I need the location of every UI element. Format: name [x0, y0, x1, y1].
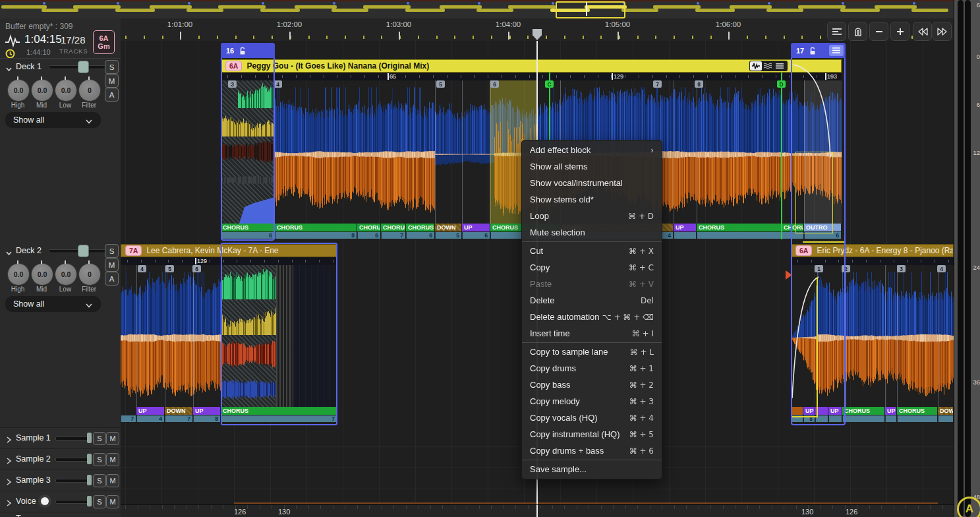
lane-volume-handle[interactable]	[87, 454, 92, 464]
chevron-down-icon[interactable]	[5, 247, 13, 255]
deck-solo-button[interactable]: S	[105, 60, 119, 74]
cue-badge[interactable]: 7	[653, 80, 662, 88]
chevron-right-icon[interactable]	[6, 477, 13, 485]
deck-volume-handle[interactable]	[78, 61, 89, 73]
lane-volume-handle[interactable]	[87, 496, 92, 506]
section-label[interactable]: CHORUS	[406, 224, 434, 231]
menu-item-copy-melody[interactable]: Copy melody⌘ + 3	[522, 393, 662, 410]
knob-high[interactable]: 0.0	[7, 79, 30, 102]
lane-solo-button[interactable]: S	[93, 453, 106, 466]
record-button[interactable]	[38, 495, 51, 508]
menu-item-copy-bass[interactable]: Copy bass⌘ + 2	[522, 377, 662, 393]
menu-item-delete[interactable]: DeleteDel	[522, 292, 662, 309]
overview-clip-segment[interactable]	[730, 5, 772, 9]
chevron-right-icon[interactable]	[6, 498, 13, 506]
lane-volume-handle[interactable]	[87, 433, 92, 443]
overview-bar[interactable]	[0, 0, 954, 18]
overview-clip-segment[interactable]	[1, 5, 47, 9]
clip-selection-box[interactable]	[221, 243, 337, 425]
hot-cue-badge[interactable]: C	[545, 80, 554, 88]
menu-item-show-all-stems[interactable]: Show all stems	[522, 158, 662, 175]
clip-header[interactable]: 17	[791, 43, 846, 58]
overview-viewport[interactable]	[556, 1, 625, 18]
cue-badge[interactable]: 8	[695, 80, 703, 88]
cue-badge[interactable]: 5	[436, 80, 445, 88]
cue-badge[interactable]: 6	[490, 80, 499, 88]
overview-clip-segment[interactable]	[875, 5, 917, 9]
deck-volume-handle[interactable]	[78, 245, 89, 257]
section-label[interactable]: CHORUS	[357, 224, 380, 231]
section-label[interactable]: CHORUS	[381, 224, 405, 231]
deck-auto-button[interactable]: A	[105, 272, 119, 286]
menu-item-copy-vocals-hq[interactable]: Copy vocals (HQ)⌘ + 4	[522, 410, 662, 426]
knob-filter[interactable]: 0	[78, 263, 101, 286]
knob-mid[interactable]: 0.0	[31, 263, 53, 286]
menu-item-cut[interactable]: Cut⌘ + X	[522, 243, 662, 259]
overview-clip-segment[interactable]	[42, 9, 78, 12]
menu-item-copy-to-sample-lane[interactable]: Copy to sample lane⌘ + L	[522, 344, 662, 360]
lane-mute-button[interactable]: M	[106, 474, 119, 487]
cue-badge[interactable]: 4	[138, 265, 146, 272]
stem-filter-select[interactable]: Show all	[5, 112, 101, 128]
zoom-in-button[interactable]	[890, 22, 909, 41]
menu-item-save-sample[interactable]: Save sample...	[522, 461, 662, 477]
overview-clip-segment[interactable]	[331, 9, 368, 12]
zoom-out-button[interactable]	[869, 22, 888, 41]
lane-solo-button[interactable]: S	[93, 495, 106, 508]
section-label[interactable]: DOWN	[165, 407, 192, 415]
clip-menu-button[interactable]	[829, 45, 844, 56]
overview-clip-segment[interactable]	[766, 9, 803, 12]
overview-clip-segment[interactable]	[260, 9, 300, 12]
overview-clip-segment[interactable]	[295, 5, 337, 9]
overview-clip-segment[interactable]	[653, 5, 701, 9]
cue-badge[interactable]: 5	[165, 265, 174, 272]
chevron-right-icon[interactable]	[6, 456, 13, 464]
section-label[interactable]: DOWN	[435, 224, 461, 231]
overview-clip-segment[interactable]	[911, 9, 948, 12]
overview-clip-segment[interactable]	[73, 5, 121, 9]
overview-clip-segment[interactable]	[476, 9, 513, 12]
overview-clip-segment[interactable]	[405, 9, 445, 12]
overview-clip-segment[interactable]	[187, 9, 223, 12]
section-label[interactable]: CHORUS	[697, 224, 781, 231]
deck-mute-button[interactable]: M	[105, 74, 119, 88]
deck-mute-button[interactable]: M	[105, 258, 119, 272]
key-badge[interactable]: 6A Gm	[93, 30, 115, 54]
clip-selection-box[interactable]	[221, 43, 275, 241]
lane-solo-button[interactable]: S	[93, 432, 106, 445]
vertical-scrollbar-2[interactable]	[965, 0, 971, 517]
section-label[interactable]: CHORUS	[897, 407, 937, 415]
overview-playhead[interactable]	[586, 2, 587, 16]
section-label[interactable]: UP	[674, 224, 696, 231]
section-label[interactable]: CHORUS	[275, 224, 357, 231]
lane-mute-button[interactable]: M	[106, 432, 119, 445]
vertical-scrollbar[interactable]	[958, 0, 964, 517]
overview-clip-segment[interactable]	[440, 5, 482, 9]
section-label[interactable]: UP	[136, 407, 164, 415]
waveform-view-icon[interactable]	[750, 61, 762, 71]
overview-clip-segment[interactable]	[363, 5, 411, 9]
track-title-bar[interactable]: 6APeggy Gou - (It Goes Like) Nanana (Ori…	[221, 59, 842, 73]
overview-clip-segment[interactable]	[150, 5, 192, 9]
menu-item-copy-instrumental-hq[interactable]: Copy instrumental (HQ)⌘ + 5	[522, 426, 662, 442]
lane-mute-button[interactable]: M	[106, 495, 119, 508]
menu-item-insert-time[interactable]: Insert time⌘ + I	[522, 325, 662, 342]
overview-clip-segment[interactable]	[840, 9, 880, 12]
knob-low[interactable]: 0.0	[55, 79, 77, 102]
menu-item-delete-automation[interactable]: Delete automation⌥ + ⌘ + ⌫	[522, 309, 662, 325]
menu-item-show-stems-old[interactable]: Show stems old*	[522, 191, 662, 208]
section-label[interactable]: UP	[193, 407, 220, 415]
snap-button[interactable]	[848, 22, 867, 41]
deck-volume-slider[interactable]	[49, 65, 105, 69]
overview-clip-segment[interactable]	[621, 9, 658, 12]
overview-clip-segment[interactable]	[508, 5, 556, 9]
chevron-down-icon[interactable]	[5, 63, 13, 71]
menu-item-add-effect-block[interactable]: Add effect block›	[522, 142, 662, 158]
menu-item-copy-drums[interactable]: Copy drums⌘ + 1	[522, 360, 662, 377]
clip-header[interactable]: 16	[221, 43, 275, 58]
cue-badge[interactable]: 4	[937, 265, 946, 272]
menu-item-loop[interactable]: Loop⌘ + D	[522, 208, 662, 224]
menu-item-copy[interactable]: Copy⌘ + C	[522, 259, 662, 276]
overview-clip-segment[interactable]	[798, 5, 846, 9]
section-label[interactable]: CHORUS	[842, 407, 884, 415]
